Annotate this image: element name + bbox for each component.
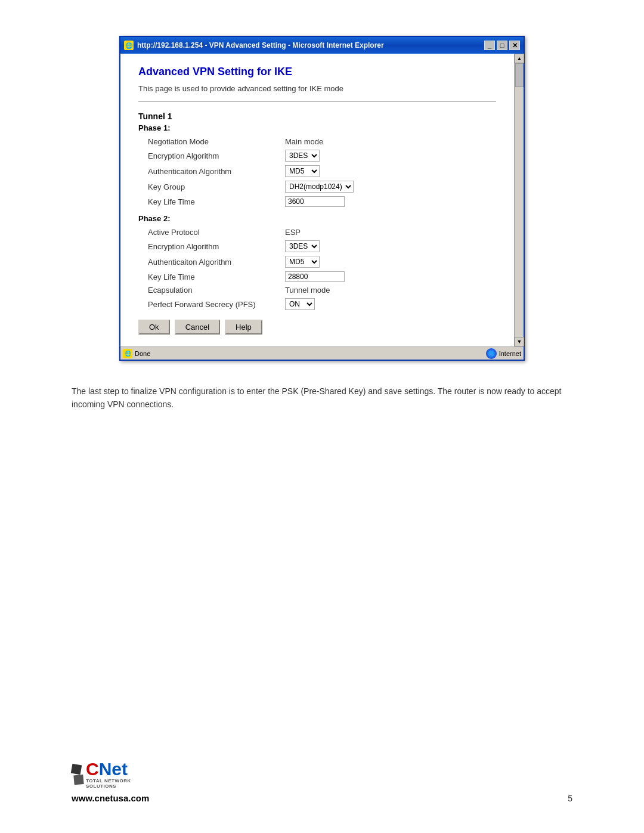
key-life-p1-row: Key Life Time bbox=[138, 196, 496, 207]
logo-text-area: CNet TOTAL NETWORK SOLUTIONS bbox=[86, 760, 143, 789]
browser-titlebar: 🌐 http://192.168.1.254 - VPN Advanced Se… bbox=[120, 37, 524, 54]
scrollbar-track bbox=[515, 63, 524, 337]
scrollbar-up-arrow[interactable]: ▲ bbox=[515, 54, 524, 63]
active-protocol-row: Active Protocol ESP bbox=[138, 228, 496, 237]
pfs-row: Perfect Forward Secrecy (PFS) ON OFF bbox=[138, 298, 496, 310]
close-button[interactable]: ✕ bbox=[509, 41, 520, 50]
logo-shape-2 bbox=[73, 774, 83, 784]
browser-content-wrapper: Advanced VPN Setting for IKE This page i… bbox=[120, 54, 524, 346]
logo-image: CNet TOTAL NETWORK SOLUTIONS bbox=[72, 758, 143, 791]
negotiation-mode-value: Main mode bbox=[285, 137, 323, 146]
auth-alg-p1-select[interactable]: MD5 SHA1 bbox=[285, 165, 320, 177]
button-row: Ok Cancel Help bbox=[138, 320, 496, 335]
statusbar-page-icon: 🌐 bbox=[123, 349, 132, 358]
logo-area: CNet TOTAL NETWORK SOLUTIONS www.cnetusa… bbox=[72, 758, 149, 803]
scrollbar-thumb[interactable] bbox=[515, 63, 524, 87]
maximize-button[interactable]: □ bbox=[497, 41, 507, 50]
logo-net-text: Net bbox=[99, 759, 128, 779]
ecapsulation-label: Ecapsulation bbox=[148, 286, 285, 295]
logo-subtitle: TOTAL NETWORK SOLUTIONS bbox=[86, 778, 143, 789]
ecapsulation-row: Ecapsulation Tunnel mode bbox=[138, 286, 496, 295]
key-group-select[interactable]: DH2(modp1024) DH1(modp768) bbox=[285, 181, 354, 193]
divider bbox=[138, 101, 496, 102]
encryption-alg-p2-select[interactable]: 3DES DES AES bbox=[285, 240, 320, 252]
tunnel-name: Tunnel 1 bbox=[138, 112, 496, 121]
negotiation-mode-label: Negotiation Mode bbox=[148, 137, 285, 146]
logo-url: www.cnetusa.com bbox=[72, 793, 149, 803]
phase1-section: Phase 1: Negotiation Mode Main mode Encr… bbox=[138, 123, 496, 207]
logo-shape-1 bbox=[71, 763, 82, 775]
page-number: 5 bbox=[568, 794, 572, 803]
key-life-p1-label: Key Life Time bbox=[148, 197, 285, 206]
internet-icon: 🌐 bbox=[486, 348, 497, 359]
encryption-alg-p2-label: Encryption Algorithm bbox=[148, 242, 285, 251]
browser-scrollbar: ▲ ▼ bbox=[514, 54, 524, 346]
key-group-row: Key Group DH2(modp1024) DH1(modp768) bbox=[138, 181, 496, 193]
browser-content: Advanced VPN Setting for IKE This page i… bbox=[120, 54, 514, 346]
statusbar-right: 🌐 Internet bbox=[486, 348, 521, 359]
auth-alg-p2-select[interactable]: MD5 SHA1 bbox=[285, 256, 320, 268]
browser-icon: 🌐 bbox=[124, 41, 134, 50]
key-group-label: Key Group bbox=[148, 182, 285, 191]
phase2-title: Phase 2: bbox=[138, 214, 496, 223]
statusbar-internet-text: Internet bbox=[499, 350, 521, 357]
minimize-button[interactable]: _ bbox=[484, 41, 495, 50]
browser-title: http://192.168.1.254 - VPN Advanced Sett… bbox=[137, 41, 384, 49]
key-life-p2-input[interactable] bbox=[285, 271, 345, 282]
encryption-alg-p1-row: Encryption Algorithm 3DES DES AES bbox=[138, 150, 496, 162]
active-protocol-label: Active Protocol bbox=[148, 228, 285, 237]
auth-alg-p2-label: Authenticaiton Algorithm bbox=[148, 258, 285, 267]
tunnel-section: Tunnel 1 Phase 1: Negotiation Mode Main … bbox=[138, 112, 496, 310]
scrollbar-down-arrow[interactable]: ▼ bbox=[515, 337, 524, 346]
logo-c-letter: C bbox=[86, 759, 99, 779]
logo-icon-shapes bbox=[72, 764, 81, 785]
key-life-p1-input[interactable] bbox=[285, 196, 345, 207]
page-description: This page is used to provide advanced se… bbox=[138, 84, 496, 93]
key-life-p2-row: Key Life Time bbox=[138, 271, 496, 282]
phase2-section: Phase 2: Active Protocol ESP Encryption … bbox=[138, 214, 496, 310]
negotiation-mode-row: Negotiation Mode Main mode bbox=[138, 137, 496, 146]
browser-window: 🌐 http://192.168.1.254 - VPN Advanced Se… bbox=[119, 36, 525, 361]
statusbar-done-text: Done bbox=[135, 350, 150, 357]
logo-cnet-text: CNet bbox=[86, 760, 143, 778]
browser-statusbar: 🌐 Done 🌐 Internet bbox=[120, 346, 524, 360]
key-life-p2-label: Key Life Time bbox=[148, 272, 285, 281]
auth-alg-p2-row: Authenticaiton Algorithm MD5 SHA1 bbox=[138, 256, 496, 268]
auth-alg-p1-row: Authenticaiton Algorithm MD5 SHA1 bbox=[138, 165, 496, 177]
ok-button[interactable]: Ok bbox=[138, 320, 170, 335]
cancel-button[interactable]: Cancel bbox=[175, 320, 220, 335]
bottom-text: The last step to finalize VPN configurat… bbox=[72, 385, 572, 411]
statusbar-left: 🌐 Done bbox=[123, 349, 150, 358]
active-protocol-value: ESP bbox=[285, 228, 301, 237]
logo-box: CNet TOTAL NETWORK SOLUTIONS www.cnetusa… bbox=[72, 758, 149, 803]
encryption-alg-p1-select[interactable]: 3DES DES AES bbox=[285, 150, 320, 162]
auth-alg-p1-label: Authenticaiton Algorithm bbox=[148, 167, 285, 176]
encryption-alg-p1-label: Encryption Algorithm bbox=[148, 151, 285, 160]
pfs-label: Perfect Forward Secrecy (PFS) bbox=[148, 300, 285, 309]
encryption-alg-p2-row: Encryption Algorithm 3DES DES AES bbox=[138, 240, 496, 252]
page-wrapper: 🌐 http://192.168.1.254 - VPN Advanced Se… bbox=[0, 0, 644, 833]
phase1-title: Phase 1: bbox=[138, 123, 496, 132]
pfs-select[interactable]: ON OFF bbox=[285, 298, 315, 310]
titlebar-left: 🌐 http://192.168.1.254 - VPN Advanced Se… bbox=[124, 41, 384, 50]
browser-controls: _ □ ✕ bbox=[484, 41, 520, 50]
ecapsulation-value: Tunnel mode bbox=[285, 286, 330, 295]
page-title: Advanced VPN Setting for IKE bbox=[138, 66, 496, 78]
help-button[interactable]: Help bbox=[225, 320, 262, 335]
